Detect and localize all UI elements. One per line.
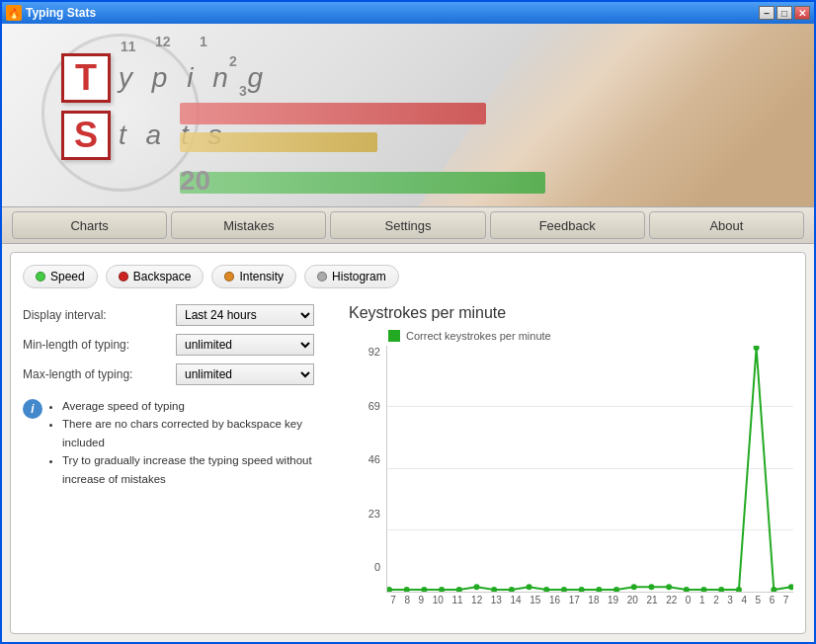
svg-point-12 <box>596 587 602 592</box>
chart-svg <box>387 346 793 592</box>
x-label: 5 <box>756 595 762 605</box>
svg-point-21 <box>754 346 760 351</box>
info-box: i Average speed of typing There are no c… <box>23 397 329 488</box>
chart-title: Keystrokes per minute <box>349 304 793 322</box>
tab-intensity-label: Intensity <box>239 270 284 283</box>
svg-point-1 <box>404 587 410 592</box>
banner-word-typing: y p i n g <box>119 62 269 94</box>
y-label-92: 92 <box>368 346 380 358</box>
x-label: 18 <box>588 595 599 605</box>
banner-bar-2 <box>180 132 377 152</box>
nav-feedback[interactable]: Feedback <box>490 211 645 239</box>
x-label: 10 <box>433 595 444 605</box>
x-label: 17 <box>569 595 580 605</box>
max-length-select[interactable]: unlimited 10 20 50 100 <box>176 363 314 385</box>
y-label-0: 0 <box>374 561 380 573</box>
x-label: 2 <box>713 595 719 605</box>
info-item-2: There are no chars corrected by backspac… <box>62 415 329 451</box>
x-label: 7 <box>783 595 789 605</box>
close-button[interactable]: ✕ <box>794 6 810 20</box>
y-label-46: 46 <box>368 453 380 465</box>
svg-point-5 <box>473 584 479 590</box>
tab-backspace[interactable]: Backspace <box>106 265 204 288</box>
chart-legend: Correct keystrokes per minute <box>388 330 793 342</box>
svg-point-4 <box>456 587 462 592</box>
app-icon: 🔥 <box>6 5 22 21</box>
window: 🔥 Typing Stats – □ ✕ 12 1 2 3 11 T y p i… <box>0 0 816 644</box>
main-panel: Speed Backspace Intensity Histogram <box>10 252 806 634</box>
tab-histogram-label: Histogram <box>332 270 386 283</box>
banner-bar-1 <box>180 103 486 124</box>
backspace-dot <box>119 272 128 282</box>
banner-bar-3 <box>180 172 545 194</box>
x-label: 6 <box>770 595 775 605</box>
tab-intensity[interactable]: Intensity <box>211 265 296 288</box>
x-label: 7 <box>390 595 396 605</box>
svg-point-7 <box>509 587 515 592</box>
x-label: 12 <box>471 595 482 605</box>
chart-area: 92 69 46 23 0 <box>349 346 793 593</box>
x-label: 1 <box>699 595 705 605</box>
max-length-row: Max-length of typing: unlimited 10 20 50… <box>23 363 329 385</box>
x-axis-labels: 7891011121314151617181920212201234567 <box>349 595 793 605</box>
svg-point-2 <box>421 587 427 592</box>
speed-dot <box>36 272 45 282</box>
titlebar: 🔥 Typing Stats – □ ✕ <box>2 2 814 24</box>
display-interval-select[interactable]: Last 24 hours Last week Last month All t… <box>176 304 314 326</box>
x-label: 13 <box>491 595 502 605</box>
letter-S: S <box>61 111 111 160</box>
svg-point-0 <box>387 587 392 592</box>
info-item-1: Average speed of typing <box>62 397 329 415</box>
nav-mistakes[interactable]: Mistakes <box>171 211 326 239</box>
tab-speed[interactable]: Speed <box>23 265 98 288</box>
max-length-label: Max-length of typing: <box>23 367 176 381</box>
banner-number: 20 <box>180 165 210 197</box>
svg-point-23 <box>788 584 793 590</box>
minimize-button[interactable]: – <box>759 6 775 20</box>
x-label: 11 <box>451 595 462 605</box>
nav-about[interactable]: About <box>649 211 804 239</box>
maximize-button[interactable]: □ <box>776 6 792 20</box>
info-icon: i <box>23 399 42 419</box>
clock-num-1: 1 <box>200 34 207 49</box>
legend-color-square <box>388 330 400 342</box>
chart-plot <box>386 346 793 593</box>
svg-point-6 <box>491 587 497 592</box>
info-item-3: Try to gradually increase the typing spe… <box>62 451 329 488</box>
y-label-23: 23 <box>368 508 380 520</box>
nav-charts[interactable]: Charts <box>12 211 167 239</box>
x-label: 0 <box>686 595 692 605</box>
content-body: Display interval: Last 24 hours Last wee… <box>23 304 793 621</box>
svg-point-18 <box>701 587 707 592</box>
intensity-dot <box>224 272 234 282</box>
svg-point-9 <box>543 587 549 592</box>
legend-label: Correct keystrokes per minute <box>406 330 551 342</box>
banner-row-typing: T y p i n g <box>61 53 269 103</box>
min-length-select[interactable]: unlimited 10 20 50 100 <box>176 334 314 356</box>
svg-point-17 <box>684 587 690 592</box>
x-label: 14 <box>511 595 522 605</box>
left-panel: Display interval: Last 24 hours Last wee… <box>23 304 329 621</box>
x-label: 22 <box>666 595 677 605</box>
nav-settings[interactable]: Settings <box>330 211 485 239</box>
info-list: Average speed of typing There are no cha… <box>50 397 329 488</box>
clock-num-12: 12 <box>155 34 171 49</box>
x-label: 21 <box>646 595 657 605</box>
x-label: 15 <box>530 595 540 605</box>
titlebar-left: 🔥 Typing Stats <box>6 5 96 21</box>
chart-container: Correct keystrokes per minute 92 69 46 2… <box>349 330 793 606</box>
svg-point-8 <box>527 584 532 590</box>
display-interval-label: Display interval: <box>23 308 176 322</box>
header-banner: 12 1 2 3 11 T y p i n g S t a t s 20 <box>2 24 814 206</box>
svg-point-16 <box>666 584 672 590</box>
tab-histogram[interactable]: Histogram <box>304 265 399 288</box>
window-title: Typing Stats <box>26 6 96 20</box>
tab-speed-label: Speed <box>50 270 85 283</box>
content-area: Speed Backspace Intensity Histogram <box>2 244 814 642</box>
x-label: 4 <box>741 595 747 605</box>
histogram-dot <box>317 272 327 282</box>
x-label: 3 <box>727 595 733 605</box>
svg-point-20 <box>736 587 742 592</box>
y-label-69: 69 <box>368 400 380 412</box>
min-length-row: Min-length of typing: unlimited 10 20 50… <box>23 334 329 356</box>
